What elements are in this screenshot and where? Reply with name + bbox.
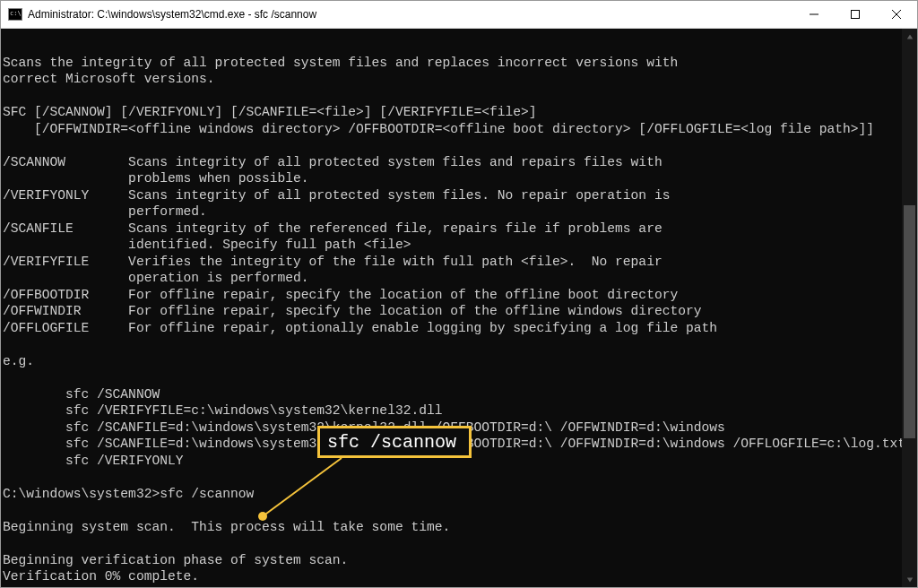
terminal-output[interactable]: Scans the integrity of all protected sys… [1, 29, 902, 587]
scroll-up-icon[interactable] [902, 29, 917, 44]
annotation-dot [258, 512, 267, 521]
close-button[interactable] [876, 1, 917, 29]
scrollbar-track[interactable] [902, 44, 917, 572]
terminal-area: Scans the integrity of all protected sys… [1, 29, 917, 587]
cmd-window: Administrator: C:\windows\system32\cmd.e… [0, 0, 918, 588]
scrollbar[interactable] [902, 29, 917, 587]
svg-rect-0 [852, 11, 860, 19]
scrollbar-thumb[interactable] [904, 205, 915, 438]
scroll-down-icon[interactable] [902, 572, 917, 587]
callout-box: sfc /scannow [317, 426, 472, 458]
maximize-button[interactable] [835, 1, 876, 29]
minimize-button[interactable] [793, 1, 835, 29]
window-title: Administrator: C:\windows\system32\cmd.e… [28, 8, 316, 21]
titlebar[interactable]: Administrator: C:\windows\system32\cmd.e… [1, 1, 917, 29]
cmd-icon [8, 8, 22, 21]
callout-text: sfc /scannow [327, 432, 456, 453]
